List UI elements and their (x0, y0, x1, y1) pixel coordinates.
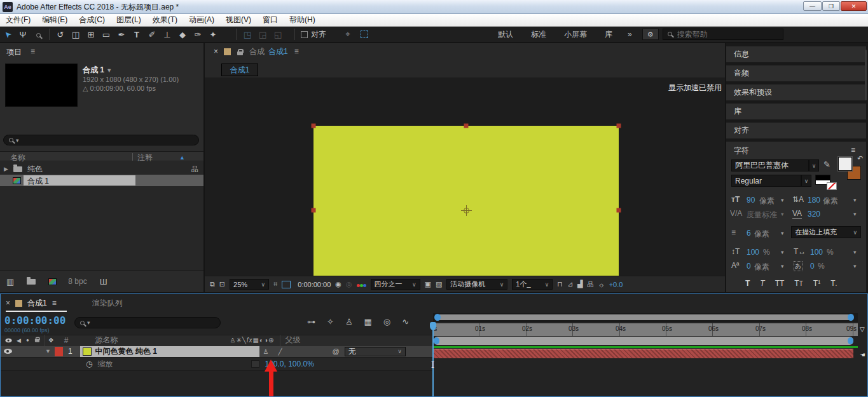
source-name-column[interactable]: 源名称 (95, 335, 118, 346)
parent-column[interactable]: 父级 (286, 335, 301, 346)
menu-composition[interactable]: 合成(C) (73, 14, 111, 26)
playhead-handle[interactable] (430, 322, 436, 330)
new-composition-icon[interactable] (48, 278, 57, 285)
menu-animation[interactable]: 动画(A) (183, 14, 220, 26)
transparency-grid-icon[interactable]: ▨ (436, 280, 442, 288)
exposure-value[interactable]: +0.0 (609, 281, 623, 288)
panel-info[interactable]: 信息 (726, 46, 866, 62)
panel-align[interactable]: 对齐 (726, 123, 866, 138)
tsume-chevron-icon[interactable]: ▾ (853, 263, 857, 269)
stroke-fill-order-dropdown[interactable]: 在描边上填充∨ (791, 226, 861, 238)
horizontal-scale-chevron-icon[interactable]: ▾ (853, 249, 857, 255)
selection-tool-icon[interactable]: ➤ (0, 25, 17, 43)
lock-column-icon[interactable] (35, 339, 39, 342)
audio-column-icon[interactable]: ◀ (17, 337, 21, 344)
magnification-dropdown[interactable]: 25%∨ (230, 279, 269, 290)
work-area-start-handle[interactable] (434, 337, 439, 344)
vertical-scale-chevron-icon[interactable]: ▾ (781, 249, 784, 255)
main-display-icon[interactable]: ⊡ (219, 280, 225, 288)
roto-brush-tool-icon[interactable]: ✑ (190, 30, 205, 39)
pan-behind-tool-icon[interactable]: ⊞ (83, 30, 99, 39)
timeline-panel-menu-icon[interactable]: ≡ (52, 299, 57, 307)
kerning-value[interactable]: 度量标准 (747, 210, 777, 220)
horizontal-scale-value[interactable]: 100 (810, 248, 823, 257)
fill-color-swatch[interactable] (838, 157, 852, 171)
workspace-tab-small-screen[interactable]: 小屏幕 (555, 29, 596, 40)
baseline-shift-chevron-icon[interactable]: ▾ (781, 263, 784, 269)
character-panel-menu-icon[interactable]: ≡ (851, 145, 855, 154)
layer-label-color[interactable] (55, 347, 63, 356)
stroke-width-chevron-icon[interactable]: ▾ (781, 230, 784, 236)
new-folder-icon[interactable] (27, 279, 36, 285)
lock-icon[interactable] (237, 51, 243, 55)
pen-tool-icon[interactable]: ✒ (114, 30, 129, 39)
baseline-shift-value[interactable]: 0 (747, 262, 751, 271)
layer-shy-icon[interactable]: ♙ (263, 348, 270, 355)
leading-value[interactable]: 180 (808, 196, 820, 205)
restore-button[interactable]: ❐ (822, 1, 840, 11)
flowchart-icon[interactable]: 品 (191, 165, 198, 174)
timeline-tab[interactable]: 合成1 (27, 298, 47, 309)
selection-handle[interactable] (617, 208, 621, 213)
font-family-chevron-icon[interactable]: ∨ (809, 159, 819, 172)
layer-quality-icon[interactable]: ╱ (279, 348, 283, 355)
snapshot-icon[interactable]: ◉ (335, 280, 341, 288)
trash-icon[interactable]: Ш (100, 277, 107, 286)
stopwatch-icon[interactable]: ◷ (86, 360, 92, 368)
text-tool-icon[interactable]: T (129, 30, 144, 39)
timeline-zoom-scrollbar[interactable] (433, 313, 858, 322)
motion-blur-icon[interactable]: ◎ (383, 317, 390, 326)
rectangle-tool-icon[interactable]: ▭ (99, 30, 114, 39)
region-of-interest-icon[interactable]: ▣ (425, 280, 431, 288)
project-search-input[interactable]: ▾ (3, 135, 199, 145)
video-column-icon[interactable] (5, 338, 11, 342)
draft-3d-icon[interactable]: ✧ (327, 317, 334, 326)
panel-library[interactable]: 库 (726, 104, 866, 119)
zoom-tool-icon[interactable] (31, 30, 46, 39)
tracking-chevron-icon[interactable]: ▾ (853, 211, 857, 217)
project-row-solids[interactable]: ▶ 纯色 品 (0, 164, 203, 174)
font-style-chevron-icon[interactable]: ∨ (801, 175, 811, 187)
help-search-input[interactable] (663, 29, 783, 40)
timeline-current-time[interactable]: 0:00:00:00 (4, 314, 65, 326)
work-area-bar[interactable] (434, 337, 853, 345)
project-panel-title[interactable]: 项目 (6, 47, 22, 58)
swap-fill-stroke-icon[interactable]: ↶ (857, 154, 863, 163)
project-comp-name[interactable]: 合成 1 ▼ (83, 65, 112, 76)
work-area-end-handle[interactable] (848, 337, 853, 344)
scrollbar-thumb[interactable] (436, 314, 853, 320)
close-panel-icon[interactable]: × (6, 299, 10, 307)
always-preview-icon[interactable]: ⧉ (210, 280, 215, 288)
project-bpc[interactable]: 8 bpc (68, 277, 86, 286)
small-caps-icon[interactable]: TT (794, 279, 803, 288)
selection-handle[interactable] (312, 208, 316, 213)
panel-audio[interactable]: 音频 (726, 65, 866, 81)
font-family-dropdown[interactable]: 阿里巴巴普惠体 (731, 159, 809, 172)
selection-handle[interactable] (464, 124, 469, 128)
close-button[interactable]: ✕ (841, 1, 867, 11)
comp-viewer-tab[interactable]: 合成1 (221, 64, 258, 76)
comp-current-time[interactable]: 0:00:00:00 (298, 281, 331, 288)
workspace-tab-standard[interactable]: 标准 (522, 29, 555, 40)
layer-twirl-icon[interactable]: ▼ (45, 348, 51, 354)
rotation-tool-icon[interactable]: ↺ (53, 30, 68, 39)
comp-item-name[interactable]: 合成 1 (24, 175, 135, 185)
minimize-button[interactable]: — (803, 1, 822, 11)
stroke-width-value[interactable]: 6 (747, 229, 751, 238)
channel-colors-icon[interactable] (357, 281, 366, 288)
tsume-value[interactable]: 0 (810, 262, 815, 271)
index-column-icon[interactable]: # (64, 336, 69, 345)
sidebar-scrollbar[interactable] (865, 50, 867, 100)
layer-duration-bar[interactable] (434, 349, 853, 358)
exposure-reset-icon[interactable]: ☼ (598, 281, 605, 288)
layer-switches-column-icons[interactable]: ♙✳╲fx▦◐◑⊕ (230, 337, 274, 344)
mask-visibility-icon[interactable] (282, 281, 291, 288)
view-layout-dropdown[interactable]: 1个_∨ (512, 279, 553, 290)
layer-visibility-icon[interactable] (4, 349, 12, 354)
marquee-capture-icon[interactable] (361, 30, 368, 38)
menu-help[interactable]: 帮助(H) (284, 14, 321, 26)
crosshair-icon[interactable]: ⌖ (340, 29, 355, 39)
project-row-comp[interactable]: 合成 1 (0, 175, 203, 186)
comp-panel-menu-icon[interactable]: ≡ (294, 47, 299, 56)
menu-window[interactable]: 窗口 (257, 14, 284, 26)
